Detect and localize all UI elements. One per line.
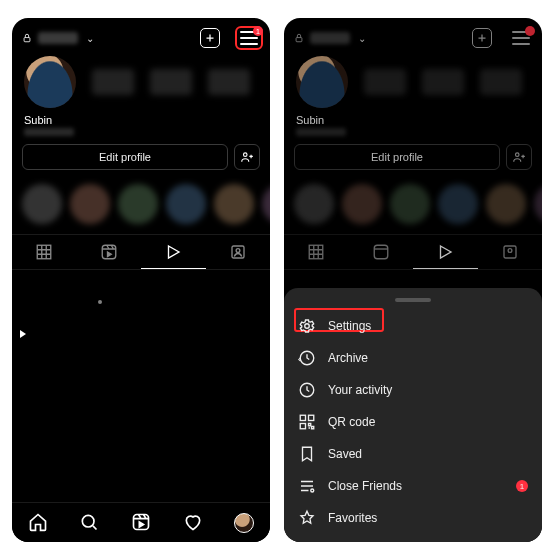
- phone-right: ⌄ Subin Edit profile: [284, 18, 542, 542]
- svg-point-6: [83, 515, 95, 527]
- bio-blurred: [24, 128, 74, 136]
- svg-rect-18: [309, 415, 314, 420]
- menu-label: Archive: [328, 351, 368, 365]
- svg-point-13: [508, 249, 512, 253]
- covid-icon: [298, 541, 316, 542]
- archive-icon: [298, 349, 316, 367]
- story-highlights[interactable]: [12, 178, 270, 234]
- menu-button[interactable]: [510, 29, 532, 47]
- nav-profile[interactable]: [234, 513, 254, 533]
- svg-rect-0: [24, 38, 30, 42]
- discover-people-button[interactable]: [506, 144, 532, 170]
- menu-label: Settings: [328, 319, 371, 333]
- tab-play[interactable]: [413, 235, 478, 269]
- nav-reels[interactable]: [131, 512, 151, 534]
- menu-favorites[interactable]: Favorites: [284, 502, 542, 534]
- profile-header: [284, 54, 542, 114]
- profile-tabs: [12, 234, 270, 270]
- profile-tabs: [284, 234, 542, 270]
- activity-icon: [298, 381, 316, 399]
- menu-label: Favorites: [328, 511, 377, 525]
- profile-header: [12, 54, 270, 114]
- chevron-down-icon[interactable]: ⌄: [86, 33, 94, 44]
- lock-icon: [294, 32, 304, 44]
- svg-rect-3: [102, 245, 116, 259]
- tab-play[interactable]: [141, 235, 206, 269]
- menu-label: QR code: [328, 415, 375, 429]
- sheet-grabber[interactable]: [395, 298, 431, 302]
- tab-reels[interactable]: [77, 235, 142, 269]
- stats-blurred: [356, 69, 530, 95]
- tab-grid[interactable]: [284, 235, 349, 269]
- name-block: Subin: [12, 114, 270, 140]
- svg-rect-8: [296, 38, 302, 42]
- menu-saved[interactable]: Saved: [284, 438, 542, 470]
- menu-sheet: Settings Archive Your activity QR code S…: [284, 288, 542, 542]
- tab-tagged[interactable]: [206, 235, 271, 269]
- nav-search[interactable]: [79, 512, 99, 534]
- username-blurred: [310, 32, 350, 44]
- edit-profile-button[interactable]: Edit profile: [294, 144, 500, 170]
- menu-button[interactable]: 1: [238, 29, 260, 47]
- svg-rect-7: [133, 514, 148, 529]
- svg-point-1: [244, 153, 248, 157]
- settings-icon: [298, 317, 316, 335]
- menu-close-friends[interactable]: Close Friends 1: [284, 470, 542, 502]
- menu-badge: [525, 26, 535, 36]
- edit-profile-button[interactable]: Edit profile: [22, 144, 228, 170]
- menu-archive[interactable]: Archive: [284, 342, 542, 374]
- tab-tagged[interactable]: [478, 235, 543, 269]
- close-friends-badge: 1: [516, 480, 528, 492]
- menu-badge: 1: [253, 26, 263, 36]
- menu-label: Close Friends: [328, 479, 402, 493]
- name-block: Subin: [284, 114, 542, 140]
- profile-name: Subin: [24, 114, 258, 126]
- username-blurred: [38, 32, 78, 44]
- svg-point-5: [236, 249, 240, 253]
- svg-rect-10: [310, 245, 324, 259]
- lock-icon: [22, 32, 32, 44]
- menu-activity[interactable]: Your activity: [284, 374, 542, 406]
- closefriends-icon: [298, 477, 316, 495]
- tab-grid[interactable]: [12, 235, 77, 269]
- svg-rect-11: [374, 245, 388, 259]
- svg-point-20: [311, 489, 314, 492]
- svg-point-14: [305, 324, 310, 329]
- stats-blurred: [84, 69, 258, 95]
- svg-rect-2: [38, 245, 52, 259]
- bio-blurred: [296, 128, 346, 136]
- avatar[interactable]: [24, 56, 76, 108]
- svg-rect-19: [300, 424, 305, 429]
- menu-label: Your activity: [328, 383, 392, 397]
- top-bar: ⌄ 1: [12, 18, 270, 54]
- menu-label: Saved: [328, 447, 362, 461]
- tab-reels[interactable]: [349, 235, 414, 269]
- nav-activity[interactable]: [183, 512, 203, 534]
- menu-covid[interactable]: COVID-19 Information Center: [284, 534, 542, 542]
- bottom-nav: [12, 502, 270, 542]
- discover-people-button[interactable]: [234, 144, 260, 170]
- qr-icon: [298, 413, 316, 431]
- play-icon: [20, 330, 26, 338]
- svg-rect-17: [300, 415, 305, 420]
- nav-home[interactable]: [28, 512, 48, 534]
- content-area: [12, 270, 270, 450]
- create-button[interactable]: [200, 28, 220, 48]
- avatar[interactable]: [296, 56, 348, 108]
- create-button[interactable]: [472, 28, 492, 48]
- svg-point-9: [516, 153, 520, 157]
- menu-settings[interactable]: Settings: [284, 310, 542, 342]
- top-bar: ⌄: [284, 18, 542, 54]
- chevron-down-icon[interactable]: ⌄: [358, 33, 366, 44]
- profile-name: Subin: [296, 114, 530, 126]
- favorites-icon: [298, 509, 316, 527]
- saved-icon: [298, 445, 316, 463]
- story-highlights[interactable]: [284, 178, 542, 234]
- phone-left: ⌄ 1 Subin Edit profile: [12, 18, 270, 542]
- menu-qr[interactable]: QR code: [284, 406, 542, 438]
